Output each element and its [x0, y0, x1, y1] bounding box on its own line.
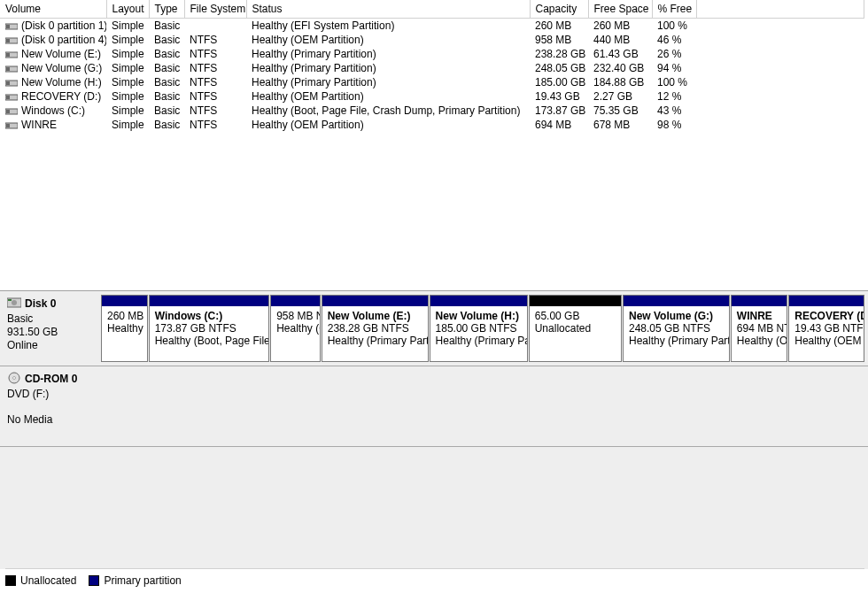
cell-type: Basic: [149, 19, 184, 34]
partition-box[interactable]: Windows (C:)173.87 GB NTFSHealthy (Boot,…: [149, 295, 269, 362]
cell-volume: New Volume (G:): [0, 61, 106, 75]
disk-type: DVD (F:): [7, 388, 96, 401]
svg-point-17: [12, 300, 17, 305]
partition-color-bar: [530, 296, 621, 306]
legend-label: Unallocated: [20, 574, 76, 587]
volume-table[interactable]: Volume Layout Type File System Status Ca…: [0, 0, 864, 132]
table-row[interactable]: (Disk 0 partition 4)SimpleBasicNTFSHealt…: [0, 33, 864, 47]
partition-box[interactable]: New Volume (E:)238.28 GB NTFSHealthy (Pr…: [322, 295, 429, 362]
svg-rect-13: [6, 110, 10, 113]
cell-filesystem: NTFS: [184, 104, 246, 118]
partition-text: RECOVERY (D:)19.43 GB NTFSHealthy (OEM P…: [789, 306, 864, 352]
cell-status: Healthy (OEM Partition): [246, 89, 530, 104]
cell-volume: Windows (C:): [0, 104, 106, 118]
partition-status: Healthy (OEM Partition): [276, 322, 314, 335]
col-header-freespace[interactable]: Free Space: [588, 0, 652, 19]
disk-partitions: 260 MBHealthyWindows (C:)173.87 GB NTFSH…: [101, 291, 868, 366]
col-header-type[interactable]: Type: [149, 0, 184, 19]
cell-freespace: 61.43 GB: [588, 47, 652, 61]
cell-type: Basic: [149, 118, 184, 132]
partition-box[interactable]: New Volume (H:)185.00 GB NTFSHealthy (Pr…: [430, 295, 528, 362]
partition-text: New Volume (E:)238.28 GB NTFSHealthy (Pr…: [322, 306, 428, 352]
cell-capacity: 173.87 GB: [530, 104, 588, 118]
partition-name: New Volume (E:): [328, 310, 422, 322]
partition-box[interactable]: New Volume (G:)248.05 GB NTFSHealthy (Pr…: [623, 295, 730, 362]
cell-layout: Simple: [106, 61, 149, 75]
col-header-filesystem[interactable]: File System: [184, 0, 246, 19]
partition-size: 185.00 GB NTFS: [436, 322, 522, 335]
svg-rect-7: [6, 67, 10, 71]
partition-box[interactable]: RECOVERY (D:)19.43 GB NTFSHealthy (OEM P…: [788, 295, 864, 362]
partition-status: Healthy (OEM Partition): [737, 335, 781, 347]
partition-box[interactable]: WINRE694 MB NTFSHealthy (OEM Partition): [731, 295, 787, 362]
cell-status: Healthy (Primary Partition): [246, 47, 530, 61]
svg-rect-9: [6, 81, 10, 85]
table-row[interactable]: New Volume (H:)SimpleBasicNTFSHealthy (P…: [0, 75, 864, 89]
partition-size: 260 MB: [107, 310, 142, 322]
partition-color-bar: [150, 296, 268, 306]
partition-box[interactable]: 65.00 GBUnallocated: [529, 295, 622, 362]
col-header-layout[interactable]: Layout: [106, 0, 149, 19]
cell-type: Basic: [149, 104, 184, 118]
partition-text: WINRE694 MB NTFSHealthy (OEM Partition): [732, 306, 787, 352]
disk-empty-body: [101, 366, 868, 446]
cell-pctfree: 46 %: [652, 33, 696, 47]
partition-size: 19.43 GB NTFS: [794, 322, 858, 335]
cell-capacity: 185.00 GB: [530, 75, 588, 89]
cell-capacity: 19.43 GB: [530, 89, 588, 104]
svg-rect-3: [6, 39, 10, 42]
col-header-pctfree[interactable]: % Free: [652, 0, 696, 19]
cell-filesystem: NTFS: [184, 75, 246, 89]
partition-box[interactable]: 260 MBHealthy: [101, 295, 148, 362]
cell-status: Healthy (Boot, Page File, Crash Dump, Pr…: [246, 104, 530, 118]
partition-color-bar: [789, 296, 864, 306]
graphical-view-pane: Disk 0Basic931.50 GBOnline260 MBHealthyW…: [0, 291, 868, 569]
partition-size: 958 MB NTFS: [276, 310, 314, 322]
partition-status: Healthy (Boot, Page File, Crash Dump, Pr…: [155, 335, 263, 347]
cell-pctfree: 43 %: [652, 104, 696, 118]
cell-layout: Simple: [106, 75, 149, 89]
table-row[interactable]: (Disk 0 partition 1)SimpleBasicHealthy (…: [0, 19, 864, 34]
col-header-status[interactable]: Status: [246, 0, 530, 19]
partition-status: Unallocated: [535, 322, 616, 335]
cell-pad: [696, 104, 864, 118]
svg-rect-1: [6, 25, 10, 28]
disk-header[interactable]: Disk 0Basic931.50 GBOnline: [0, 291, 101, 366]
cell-type: Basic: [149, 89, 184, 104]
cell-type: Basic: [149, 33, 184, 47]
table-row[interactable]: New Volume (E:)SimpleBasicNTFSHealthy (P…: [0, 47, 864, 61]
cell-capacity: 694 MB: [530, 118, 588, 132]
cell-volume: RECOVERY (D:): [0, 89, 106, 104]
cell-capacity: 958 MB: [530, 33, 588, 47]
col-header-volume[interactable]: Volume: [0, 0, 106, 19]
cell-pad: [696, 75, 864, 89]
cell-pctfree: 100 %: [652, 75, 696, 89]
cell-pctfree: 94 %: [652, 61, 696, 75]
cell-pad: [696, 61, 864, 75]
cell-freespace: 678 MB: [588, 118, 652, 132]
cell-freespace: 184.88 GB: [588, 75, 652, 89]
cell-freespace: 260 MB: [588, 19, 652, 34]
table-row[interactable]: RECOVERY (D:)SimpleBasicNTFSHealthy (OEM…: [0, 89, 864, 104]
cell-freespace: 232.40 GB: [588, 61, 652, 75]
table-row[interactable]: WINRESimpleBasicNTFSHealthy (OEM Partiti…: [0, 118, 864, 132]
cell-pctfree: 26 %: [652, 47, 696, 61]
partition-name: WINRE: [737, 310, 781, 322]
legend: UnallocatedPrimary partition: [5, 568, 864, 589]
disk-header[interactable]: CD-ROM 0DVD (F:)No Media: [0, 366, 101, 446]
legend-item: Unallocated: [5, 574, 76, 587]
volume-list-pane: Volume Layout Type File System Status Ca…: [0, 0, 868, 291]
cell-capacity: 238.28 GB: [530, 47, 588, 61]
cell-pctfree: 98 %: [652, 118, 696, 132]
cell-filesystem: NTFS: [184, 118, 246, 132]
partition-color-bar: [271, 296, 320, 306]
partition-status: Healthy (Primary Partition): [436, 335, 522, 347]
table-row[interactable]: Windows (C:)SimpleBasicNTFSHealthy (Boot…: [0, 104, 864, 118]
cell-capacity: 260 MB: [530, 19, 588, 34]
cdrom-icon: [7, 372, 21, 388]
col-header-pad: [696, 0, 864, 19]
col-header-capacity[interactable]: Capacity: [530, 0, 588, 19]
partition-box[interactable]: 958 MB NTFSHealthy (OEM Partition): [270, 295, 321, 362]
cell-filesystem: NTFS: [184, 89, 246, 104]
table-row[interactable]: New Volume (G:)SimpleBasicNTFSHealthy (P…: [0, 61, 864, 75]
